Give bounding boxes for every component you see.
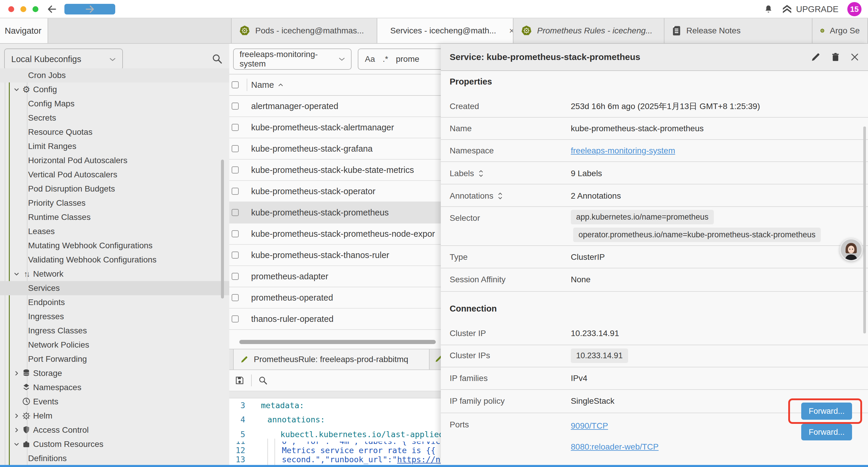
sidebar-item-config-maps[interactable]: Config Maps	[0, 97, 229, 111]
sidebar-item-cron-jobs[interactable]: Cron Jobs	[0, 68, 229, 83]
table-row[interactable]: kube-prometheus-stack-alertmanager	[229, 117, 443, 138]
row-checkbox[interactable]	[231, 209, 239, 216]
namespace-selector[interactable]: freeleaps-monitoring-system	[233, 49, 351, 70]
labels-count[interactable]: 9 Labels	[571, 169, 602, 178]
port-link-8080[interactable]: 8080:reloader-web/TCP	[571, 442, 658, 451]
row-checkbox[interactable]	[231, 230, 239, 237]
table-row[interactable]: kube-prometheus-stack-kube-state-metrics	[229, 159, 443, 181]
sidebar-item-mutating-webhook-configurations[interactable]: Mutating Webhook Configurations	[0, 238, 229, 253]
select-all-checkbox[interactable]	[231, 81, 239, 88]
sidebar-item-events[interactable]: Events	[0, 395, 229, 409]
table-row[interactable]: prometheus-adapter	[229, 266, 443, 287]
tab-pods[interactable]: Pods - icecheng@mathmas...	[231, 18, 377, 43]
tab-argo[interactable]: Argo Se	[812, 18, 868, 43]
sidebar-item-pod-disruption-budgets[interactable]: Pod Disruption Budgets	[0, 182, 229, 196]
table-row[interactable]: prometheus-operated	[229, 287, 443, 309]
row-checkbox[interactable]	[231, 188, 239, 195]
tab-services[interactable]: Services - icecheng@math... ×	[377, 18, 514, 43]
user-avatar[interactable]	[840, 238, 863, 261]
sidebar-item-limit-ranges[interactable]: Limit Ranges	[0, 139, 229, 153]
sidebar-item-runtime-classes[interactable]: Runtime Classes	[0, 210, 229, 224]
search-icon[interactable]	[258, 376, 268, 385]
row-checkbox[interactable]	[231, 252, 239, 259]
table-row[interactable]: kube-prometheus-stack-grafana	[229, 138, 443, 159]
app-window: UPGRADE 15 Navigator Pods - icecheng@mat…	[0, 0, 868, 467]
name-column-header[interactable]: Name	[251, 80, 283, 90]
sidebar-item-ingress-classes[interactable]: Ingress Classes	[0, 324, 229, 338]
row-checkbox[interactable]	[231, 294, 239, 301]
sidebar-item-resource-quotas[interactable]: Resource Quotas	[0, 125, 229, 139]
close-icon[interactable]	[850, 53, 859, 61]
cluster-ips-chip[interactable]: 10.233.14.91	[571, 348, 628, 363]
sidebar-item-label: Helm	[33, 411, 52, 420]
expand-collapse-icon[interactable]	[498, 193, 503, 200]
selector-chip[interactable]: app.kubernetes.io/name=prometheus	[571, 210, 714, 224]
close-window-button[interactable]	[8, 6, 14, 12]
match-case-toggle[interactable]: Aa	[365, 54, 375, 64]
sidebar-item-validating-webhook-configurations[interactable]: Validating Webhook Configurations	[0, 253, 229, 267]
sidebar-item-horizontal-pod-autoscalers[interactable]: Horizontal Pod Autoscalers	[0, 153, 229, 168]
delete-trash-icon[interactable]	[831, 52, 840, 62]
sidebar-item-services[interactable]: Services	[0, 281, 229, 295]
tab-prometheus-rules[interactable]: Prometheus Rules - icecheng...	[514, 18, 664, 43]
tab-label: Argo Se	[830, 26, 860, 35]
sidebar-item-custom-resources[interactable]: Custom Resources	[0, 437, 229, 451]
edit-pencil-icon[interactable]	[811, 52, 821, 62]
editor-tab-prometheusrule[interactable]: PrometheusRule: freeleaps-prod-rabbitmq	[233, 349, 430, 370]
namespace-link[interactable]: freeleaps-monitoring-system	[571, 146, 675, 155]
sidebar-item-network-policies[interactable]: Network Policies	[0, 338, 229, 352]
kubeconfig-selector[interactable]: Local Kubeconfigs	[4, 49, 123, 70]
row-checkbox[interactable]	[231, 273, 239, 280]
save-icon[interactable]	[235, 375, 245, 385]
sidebar-item-leases[interactable]: Leases	[0, 224, 229, 238]
sidebar-item-config[interactable]: ⚙ Config	[0, 83, 229, 97]
regex-toggle[interactable]: .*	[382, 54, 388, 64]
sidebar-item-secrets[interactable]: Secrets	[0, 111, 229, 125]
sidebar-item-storage[interactable]: Storage	[0, 366, 229, 380]
selector-chip[interactable]: operator.prometheus.io/name=kube-prometh…	[573, 228, 821, 242]
sidebar-item-access-control[interactable]: Access Control	[0, 423, 229, 437]
sidebar-item-priority-classes[interactable]: Priority Classes	[0, 196, 229, 210]
sidebar-item-helm[interactable]: Helm	[0, 409, 229, 423]
close-tab-icon[interactable]: ×	[509, 26, 514, 36]
navigator-panel-tab[interactable]: Navigator	[0, 18, 48, 43]
runbook-url-link[interactable]: https://net	[397, 455, 443, 464]
back-icon[interactable]	[47, 4, 57, 14]
notification-count-badge[interactable]: 15	[847, 2, 862, 16]
row-checkbox[interactable]	[231, 103, 239, 110]
table-row[interactable]: kube-prometheus-stack-prometheus-node-ex…	[229, 224, 443, 245]
row-checkbox[interactable]	[231, 124, 239, 131]
zoom-window-button[interactable]	[32, 6, 38, 12]
sidebar-item-namespaces[interactable]: Namespaces	[0, 380, 229, 395]
detail-scrollbar[interactable]	[863, 126, 866, 333]
sidebar-item-vertical-pod-autoscalers[interactable]: Vertical Pod Autoscalers	[0, 168, 229, 182]
sidebar-item-endpoints[interactable]: Endpoints	[0, 295, 229, 310]
annotations-count[interactable]: 2 Annotations	[571, 191, 621, 201]
table-row[interactable]: thanos-ruler-operated	[229, 309, 443, 330]
sidebar-item-definitions[interactable]: Definitions	[0, 451, 229, 466]
sidebar-scrollbar[interactable]	[221, 159, 224, 298]
search-input[interactable]: Aa .* prome	[358, 49, 443, 70]
search-icon[interactable]	[212, 53, 223, 64]
row-checkbox[interactable]	[231, 167, 239, 174]
upgrade-button[interactable]: UPGRADE	[782, 4, 838, 14]
forward-port-button[interactable]: Forward...	[801, 424, 852, 440]
table-row[interactable]: kube-prometheus-stack-thanos-ruler	[229, 245, 443, 266]
sidebar-item-ingresses[interactable]: Ingresses	[0, 310, 229, 324]
yaml-editor[interactable]: 3metadata: 4annotations: 5kubectl.kubern…	[229, 399, 443, 465]
row-checkbox[interactable]	[231, 315, 239, 322]
cluster-ip-value: 10.233.14.91	[571, 329, 619, 338]
expand-collapse-icon[interactable]	[478, 170, 484, 177]
horizontal-scrollbar[interactable]	[239, 340, 436, 344]
row-checkbox[interactable]	[231, 145, 239, 152]
sidebar-item-port-forwarding[interactable]: Port Forwarding	[0, 352, 229, 366]
table-row[interactable]: alertmanager-operated	[229, 96, 443, 117]
minimize-window-button[interactable]	[20, 6, 26, 12]
port-link-9090[interactable]: 9090/TCP	[571, 421, 608, 431]
tab-release-notes[interactable]: Release Notes	[664, 18, 812, 43]
notifications-bell-icon[interactable]	[764, 4, 773, 14]
forward-icon[interactable]	[64, 4, 115, 14]
sidebar-item-network[interactable]: ↑↓ Network	[0, 267, 229, 281]
table-row-selected[interactable]: kube-prometheus-stack-prometheus	[229, 202, 443, 224]
table-row[interactable]: kube-prometheus-stack-operator	[229, 181, 443, 202]
